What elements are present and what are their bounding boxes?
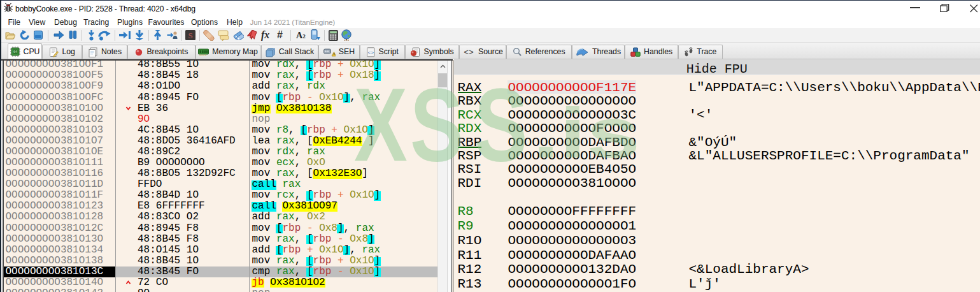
svg-text:64: 64	[13, 50, 17, 54]
